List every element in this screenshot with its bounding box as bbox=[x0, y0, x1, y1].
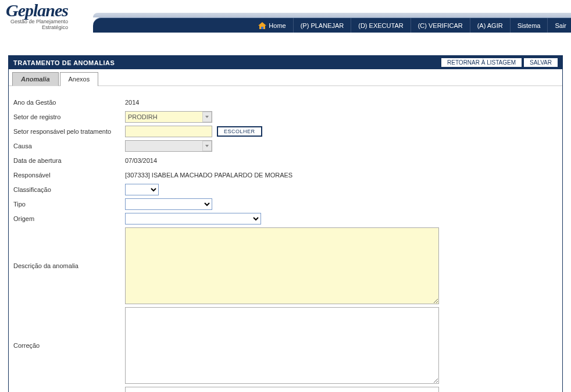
row-classificacao: Classificação bbox=[13, 184, 558, 195]
label-classificacao: Classificação bbox=[13, 186, 125, 193]
nav-agir[interactable]: (A) AGIR bbox=[470, 18, 511, 33]
navbar-curve bbox=[93, 13, 571, 17]
select-origem[interactable] bbox=[125, 213, 261, 224]
form-area: Ano da Gestão 2014 Setor de registro Set… bbox=[9, 86, 562, 392]
textarea-extra[interactable] bbox=[125, 387, 439, 392]
header-buttons: RETORNAR À LISTAGEM SALVAR bbox=[441, 58, 558, 67]
label-setor-registro: Setor de registro bbox=[13, 113, 125, 120]
select-classificacao[interactable] bbox=[125, 184, 159, 195]
navbar: Home (P) PLANEJAR (D) EXECUTAR (C) VERIF… bbox=[93, 17, 571, 33]
retornar-button[interactable]: RETORNAR À LISTAGEM bbox=[441, 58, 522, 67]
label-descricao: Descrição da anomalia bbox=[13, 262, 125, 269]
nav-sistema[interactable]: Sistema bbox=[511, 18, 548, 33]
row-tipo: Tipo bbox=[13, 198, 558, 210]
label-causa: Causa bbox=[13, 142, 125, 149]
tabs: Anomalia Anexos bbox=[9, 69, 562, 86]
logo-area: Geplanes Gestão de Planejamento Estratég… bbox=[0, 0, 74, 33]
escolher-button[interactable]: ESCOLHER bbox=[217, 126, 262, 137]
textarea-correcao[interactable] bbox=[125, 307, 439, 384]
content-header: TRATAMENTO DE ANOMALIAS RETORNAR À LISTA… bbox=[9, 56, 562, 69]
value-data-abertura: 07/03/2014 bbox=[125, 157, 157, 164]
label-origem: Origem bbox=[13, 215, 125, 222]
row-setor-registro: Setor de registro bbox=[13, 111, 558, 123]
select-setor-registro-wrapper bbox=[125, 111, 212, 123]
select-setor-registro[interactable] bbox=[125, 111, 212, 123]
row-extra bbox=[13, 387, 558, 392]
row-origem: Origem bbox=[13, 213, 558, 224]
nav-sair[interactable]: Sair bbox=[548, 18, 571, 33]
row-correcao: Correção bbox=[13, 307, 558, 384]
tab-anomalia[interactable]: Anomalia bbox=[12, 72, 59, 86]
label-ano: Ano da Gestão bbox=[13, 99, 125, 106]
label-tipo: Tipo bbox=[13, 201, 125, 208]
nav-home-label: Home bbox=[269, 22, 286, 29]
row-causa: Causa bbox=[13, 140, 558, 152]
logo-title: Geplanes bbox=[6, 2, 68, 18]
row-ano: Ano da Gestão 2014 bbox=[13, 97, 558, 108]
home-icon bbox=[258, 22, 266, 29]
nav-home[interactable]: Home bbox=[251, 18, 293, 33]
select-tipo[interactable] bbox=[125, 198, 212, 210]
value-responsavel: [307333] ISABELA MACHADO PAPALARDO DE MO… bbox=[125, 172, 292, 179]
input-setor-responsavel[interactable] bbox=[125, 126, 212, 137]
row-data-abertura: Data de abertura 07/03/2014 bbox=[13, 155, 558, 166]
tab-anexos[interactable]: Anexos bbox=[60, 72, 99, 86]
label-correcao: Correção bbox=[13, 342, 125, 349]
salvar-button[interactable]: SALVAR bbox=[524, 58, 558, 67]
label-data-abertura: Data de abertura bbox=[13, 157, 125, 164]
row-responsavel: Responsável [307333] ISABELA MACHADO PAP… bbox=[13, 169, 558, 181]
app-header: Geplanes Gestão de Planejamento Estratég… bbox=[0, 0, 571, 35]
value-ano: 2014 bbox=[125, 99, 139, 106]
select-causa-wrapper bbox=[125, 140, 212, 152]
logo-subtitle: Gestão de Planejamento Estratégico bbox=[6, 19, 68, 31]
label-setor-responsavel: Setor responsável pelo tratamento bbox=[13, 128, 125, 135]
row-setor-responsavel: Setor responsável pelo tratamento ESCOLH… bbox=[13, 126, 558, 137]
row-descricao: Descrição da anomalia bbox=[13, 227, 558, 304]
select-causa[interactable] bbox=[125, 140, 212, 152]
textarea-descricao[interactable] bbox=[125, 227, 439, 304]
page-title: TRATAMENTO DE ANOMALIAS bbox=[13, 59, 115, 66]
nav-executar[interactable]: (D) EXECUTAR bbox=[351, 18, 411, 33]
content-panel: TRATAMENTO DE ANOMALIAS RETORNAR À LISTA… bbox=[8, 55, 563, 392]
label-responsavel: Responsável bbox=[13, 172, 125, 179]
nav-planejar[interactable]: (P) PLANEJAR bbox=[294, 18, 352, 33]
nav-verificar[interactable]: (C) VERIFICAR bbox=[411, 18, 470, 33]
